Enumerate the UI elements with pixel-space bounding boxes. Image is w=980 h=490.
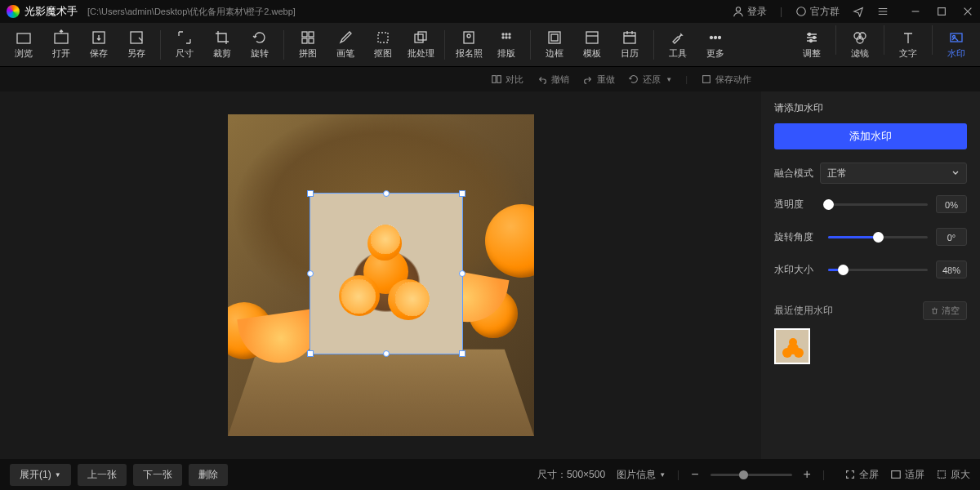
redo-icon: [582, 74, 594, 85]
rotation-value[interactable]: 0°: [936, 228, 967, 246]
cutout-button[interactable]: 抠图: [368, 25, 399, 65]
rotation-thumb[interactable]: [873, 232, 884, 243]
resize-handle-ml[interactable]: [307, 270, 314, 277]
opacity-slider[interactable]: [828, 203, 928, 206]
crop-button[interactable]: 裁剪: [207, 25, 238, 65]
undo-icon: [537, 74, 548, 85]
resize-handle-bl[interactable]: [307, 350, 314, 357]
watermark-selection[interactable]: [310, 193, 463, 354]
batch-icon: [412, 29, 429, 46]
open-button[interactable]: 打开: [46, 25, 77, 65]
resize-handle-br[interactable]: [459, 350, 466, 357]
save-button[interactable]: 保存: [83, 25, 114, 65]
svg-rect-22: [549, 32, 560, 43]
opacity-label: 透明度: [774, 198, 820, 212]
redo-button[interactable]: 重做: [582, 74, 615, 86]
svg-rect-38: [497, 76, 501, 83]
fullscreen-button[interactable]: 全屏: [844, 468, 879, 482]
tools-button[interactable]: 工具: [662, 25, 693, 65]
id-photo-button[interactable]: 报名照: [453, 25, 484, 65]
prev-button[interactable]: 上一张: [78, 464, 127, 486]
opacity-thumb[interactable]: [823, 199, 834, 210]
folder-icon: [16, 29, 32, 46]
svg-rect-12: [415, 34, 423, 42]
restore-button[interactable]: 还原▼: [628, 74, 672, 86]
image-info-button[interactable]: 图片信息▼: [617, 468, 666, 482]
svg-rect-25: [624, 33, 635, 43]
save-action-button[interactable]: 保存动作: [701, 74, 751, 86]
filter-tab[interactable]: 滤镜: [844, 25, 875, 65]
zoom-thumb[interactable]: [739, 470, 748, 479]
adjust-tab[interactable]: 调整: [796, 25, 827, 65]
resize-handle-bm[interactable]: [383, 350, 390, 357]
share-icon[interactable]: [853, 6, 864, 17]
dims-label: 尺寸：: [537, 469, 567, 480]
resize-handle-tl[interactable]: [307, 190, 314, 197]
browse-button[interactable]: 浏览: [8, 25, 39, 65]
menu-icon[interactable]: [877, 6, 889, 17]
fit-button[interactable]: 适屏: [890, 468, 924, 482]
calendar-button[interactable]: 日历: [614, 25, 645, 65]
resize-handle-tr[interactable]: [459, 190, 466, 197]
size-thumb[interactable]: [838, 265, 849, 275]
dims-value: 500×500: [567, 469, 605, 480]
brush-button[interactable]: 画笔: [330, 25, 361, 65]
delete-button[interactable]: 删除: [189, 464, 228, 486]
size-button[interactable]: 尺寸: [169, 25, 200, 65]
add-watermark-button[interactable]: 添加水印: [774, 123, 967, 149]
resize-handle-tm[interactable]: [383, 190, 390, 197]
blend-mode-select[interactable]: 正常: [820, 163, 967, 184]
zoom-in-button[interactable]: +: [804, 467, 811, 482]
clear-button[interactable]: 清空: [923, 301, 967, 320]
blend-mode-label: 融合模式: [774, 167, 820, 180]
sliders-icon: [804, 29, 820, 46]
more-button[interactable]: 更多: [700, 25, 731, 65]
next-button[interactable]: 下一张: [133, 464, 182, 486]
size-slider[interactable]: [828, 269, 928, 271]
login-button[interactable]: 登录: [733, 5, 767, 19]
svg-rect-7: [302, 32, 307, 37]
resize-handle-mr[interactable]: [459, 270, 466, 277]
minimize-icon[interactable]: [910, 6, 921, 17]
rotate-button[interactable]: 旋转: [244, 25, 275, 65]
svg-point-20: [506, 37, 507, 38]
watermark-tab[interactable]: 水印: [941, 25, 972, 65]
chat-icon: [795, 6, 807, 17]
svg-rect-13: [418, 32, 426, 40]
cutout-icon: [375, 29, 391, 46]
collage-button[interactable]: 拼图: [292, 25, 323, 65]
save-as-button[interactable]: 另存: [121, 25, 152, 65]
svg-point-19: [502, 37, 504, 38]
user-icon: [733, 6, 744, 17]
close-icon[interactable]: [962, 6, 973, 17]
toolbar: 浏览 打开 保存 另存 尺寸 裁剪 旋转 拼图 画笔 抠图 批处理 报名照 排版…: [0, 23, 980, 67]
text-tab[interactable]: 文字: [893, 25, 924, 65]
svg-point-21: [509, 37, 510, 38]
app-logo-icon: [7, 5, 20, 18]
official-group-button[interactable]: 官方群: [795, 5, 840, 19]
template-button[interactable]: 模板: [577, 25, 608, 65]
original-size-button[interactable]: 原大: [936, 468, 970, 482]
zoom-out-button[interactable]: −: [691, 467, 698, 482]
compare-button[interactable]: 对比: [491, 74, 523, 86]
statusbar: 展开(1)▼ 上一张 下一张 删除 尺寸：500×500 图片信息▼ | − +…: [0, 459, 980, 490]
size-label: 水印大小: [774, 263, 820, 277]
canvas-area[interactable]: [0, 91, 761, 459]
undo-button[interactable]: 撤销: [537, 74, 569, 86]
recent-watermark-thumb[interactable]: [774, 328, 810, 364]
size-value[interactable]: 48%: [936, 261, 967, 278]
layout-button[interactable]: 排版: [491, 25, 522, 65]
watermark-icon: [948, 29, 964, 46]
batch-button[interactable]: 批处理: [405, 25, 436, 65]
zoom-slider[interactable]: [710, 474, 792, 476]
rotation-slider[interactable]: [828, 236, 928, 238]
more-icon: [707, 29, 724, 46]
expand-button[interactable]: 展开(1)▼: [10, 464, 71, 486]
layout-icon: [498, 29, 514, 46]
frame-button[interactable]: 边框: [539, 25, 570, 65]
file-path: [C:\Users\admin\Desktop\优化备用素材\橙子2.webp]: [87, 6, 296, 18]
filter-icon: [852, 29, 868, 46]
opacity-value[interactable]: 0%: [936, 195, 967, 213]
maximize-icon[interactable]: [936, 6, 947, 17]
svg-rect-2: [938, 8, 946, 16]
